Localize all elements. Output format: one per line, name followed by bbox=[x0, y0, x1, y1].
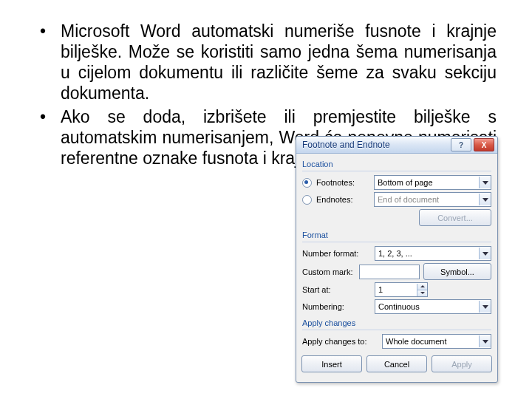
dialog-titlebar[interactable]: Footnote and Endnote ? X bbox=[296, 137, 497, 154]
apply-to-combo[interactable]: Whole document bbox=[382, 334, 491, 349]
endnotes-combo[interactable]: End of document bbox=[374, 192, 491, 207]
chevron-down-icon bbox=[479, 194, 491, 205]
insert-button[interactable]: Insert bbox=[301, 355, 362, 372]
number-format-combo[interactable]: 1, 2, 3, ... bbox=[375, 246, 491, 261]
bullet-item-1: Microsoft Word automatski numeriše fusno… bbox=[40, 21, 497, 103]
number-format-label: Number format: bbox=[302, 249, 375, 258]
cancel-button[interactable]: Cancel bbox=[366, 355, 427, 372]
endnotes-label: Endnotes: bbox=[316, 195, 374, 204]
divider bbox=[302, 242, 491, 242]
apply-to-label: Apply changes to: bbox=[302, 337, 382, 346]
apply-button[interactable]: Apply bbox=[432, 355, 492, 372]
chevron-down-icon bbox=[479, 335, 491, 347]
group-apply-changes: Apply changes bbox=[302, 318, 491, 327]
radio-footnotes[interactable] bbox=[302, 178, 312, 188]
close-button[interactable]: X bbox=[474, 138, 494, 151]
divider bbox=[302, 330, 491, 330]
numbering-combo[interactable]: Continuous bbox=[375, 299, 491, 314]
dialog-title: Footnote and Endnote bbox=[302, 140, 449, 150]
divider bbox=[302, 171, 491, 171]
custom-mark-input[interactable] bbox=[359, 265, 420, 279]
group-location: Location bbox=[302, 160, 491, 168]
spin-up-icon[interactable] bbox=[417, 284, 427, 290]
start-at-label: Start at: bbox=[302, 285, 375, 294]
symbol-button[interactable]: Symbol... bbox=[423, 263, 491, 280]
chevron-down-icon bbox=[479, 177, 491, 188]
footnote-endnote-dialog: Footnote and Endnote ? X Location Footno… bbox=[296, 136, 498, 383]
help-button[interactable]: ? bbox=[451, 138, 471, 151]
group-format: Format bbox=[302, 231, 491, 239]
footnotes-combo[interactable]: Bottom of page bbox=[374, 175, 491, 190]
chevron-down-icon bbox=[479, 248, 491, 259]
chevron-down-icon bbox=[479, 301, 491, 313]
footnotes-label: Footnotes: bbox=[316, 178, 374, 187]
spin-down-icon[interactable] bbox=[417, 290, 427, 296]
custom-mark-label: Custom mark: bbox=[302, 267, 359, 276]
numbering-label: Numbering: bbox=[302, 302, 375, 311]
convert-button[interactable]: Convert... bbox=[419, 209, 491, 226]
start-at-spinner[interactable]: 1 bbox=[375, 282, 428, 297]
radio-endnotes[interactable] bbox=[302, 195, 312, 205]
